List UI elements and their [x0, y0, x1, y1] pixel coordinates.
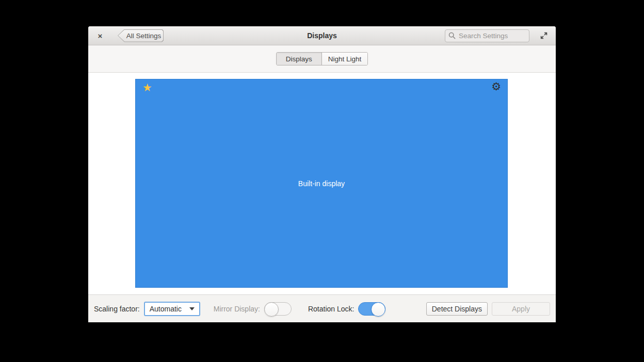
rotation-lock-toggle[interactable] [358, 302, 385, 316]
back-button-label: All Settings [118, 29, 164, 42]
mirror-display-label: Mirror Display: [214, 305, 260, 313]
toggle-knob [264, 302, 279, 317]
view-switcher: Displays Night Light [276, 52, 368, 65]
tab-night-light[interactable]: Night Light [321, 53, 368, 65]
close-button[interactable]: × [94, 29, 106, 42]
search-field[interactable] [445, 29, 529, 42]
search-icon [448, 32, 456, 39]
tab-displays-label: Displays [286, 55, 312, 63]
display-preview[interactable]: ★ ⚙ Built-in display [135, 79, 508, 288]
apply-label: Apply [512, 305, 530, 313]
scaling-factor-value: Automatic [150, 305, 182, 313]
content-area: ★ ⚙ Built-in display [88, 73, 556, 294]
mirror-display-toggle[interactable] [264, 302, 292, 316]
settings-window: × All Settings Displays [88, 26, 556, 322]
close-icon: × [98, 31, 103, 40]
scaling-factor-dropdown[interactable]: Automatic [144, 302, 200, 316]
action-bar: Scaling factor: Automatic Mirror Display… [88, 294, 556, 322]
apply-button[interactable]: Apply [492, 302, 550, 316]
display-name-label: Built-in display [136, 79, 507, 287]
expand-button[interactable] [538, 29, 550, 42]
detect-displays-button[interactable]: Detect Displays [426, 302, 488, 316]
header-bar: × All Settings Displays [88, 26, 556, 45]
detect-displays-label: Detect Displays [432, 305, 482, 313]
tab-displays[interactable]: Displays [277, 53, 321, 65]
rotation-lock-label: Rotation Lock: [308, 305, 355, 313]
tab-strip: Displays Night Light [88, 45, 556, 73]
scaling-factor-label: Scaling factor: [94, 305, 140, 313]
tab-night-light-label: Night Light [328, 55, 362, 63]
all-settings-back-button[interactable]: All Settings [118, 29, 164, 42]
toggle-knob [371, 302, 385, 317]
chevron-down-icon [189, 307, 195, 310]
search-input[interactable] [459, 32, 526, 40]
expand-icon [540, 31, 548, 40]
